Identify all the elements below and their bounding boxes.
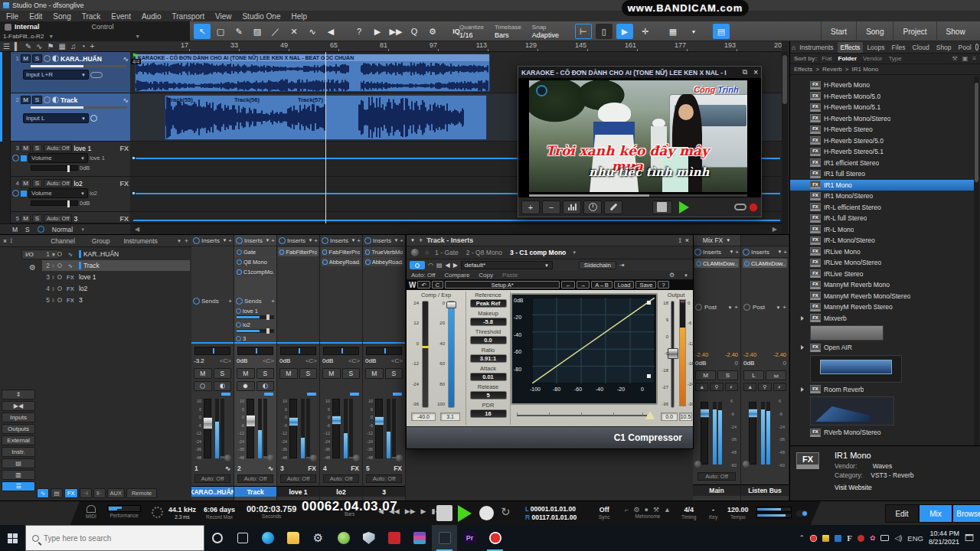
menu-item[interactable]: File [6,12,18,21]
automation-mode[interactable]: Auto: Off [366,474,402,483]
sidechain-button[interactable]: Sidechain [579,261,616,269]
chevron-down-icon[interactable]: ▼ [729,249,733,254]
mute-button[interactable]: M [322,368,341,379]
effect-item[interactable]: FX H-Reverb Mono/5.0 [790,91,975,103]
loop-follow-icon[interactable]: ▯ [596,24,612,39]
eraser-tool[interactable]: ▨ [249,24,266,39]
mute-button[interactable]: M [21,179,31,187]
prev-bar-icon[interactable]: ◀ [378,507,384,515]
cue-knob[interactable] [353,455,360,461]
chevron-down-icon[interactable]: ▼ [776,305,780,310]
close-icon[interactable]: × [753,68,758,77]
graph-plot[interactable] [532,298,655,383]
track-name[interactable]: KARA..HUẤN [60,55,121,63]
layers-icon[interactable]: ▦ [58,42,65,51]
volume-fader[interactable] [204,399,211,458]
effect-item[interactable]: FX IRLive Mono/Stereo [790,257,975,269]
insert-power-icon[interactable] [237,259,242,265]
channel-strip-3[interactable]: Inserts▼+ FabFilterPro.. 0dB<C> MS 1060-… [277,235,320,501]
monitor-button[interactable] [52,55,59,62]
listen-tool[interactable]: ◀ [322,24,339,39]
routing-icon[interactable]: ⑃ [425,249,429,256]
output-readout[interactable]: 0.0 [661,412,678,421]
menu-item[interactable]: View [215,12,232,21]
automation-power-icon[interactable] [12,190,19,197]
next-preset-icon[interactable]: ▶ [453,262,458,269]
tempo-display[interactable]: 120.00Tempo [727,506,749,521]
automation-mode[interactable]: Auto: Off [194,474,230,483]
pan-value[interactable]: <C> [391,357,403,367]
expand-arrow-icon[interactable] [801,387,804,392]
layers-icon[interactable]: ▤ [2,458,35,468]
record-button[interactable] [479,506,494,520]
channel-strip-4[interactable]: Inserts▼+ FabFilterPro..AbbeyRoad.. 0dB<… [320,235,363,501]
prev-preset-icon[interactable]: ◀ [446,262,450,269]
pan-control[interactable] [280,347,316,355]
add-icon[interactable]: + [419,236,423,244]
effect-item[interactable]: FX RVerb Mono/Stereo [790,427,975,439]
channel-name[interactable]: Track [234,486,276,497]
chevron-down-icon[interactable]: ▼ [265,238,270,243]
effect-item[interactable]: FX IR1 Mono/Stereo [790,191,975,202]
file-explorer-icon[interactable] [280,525,305,551]
language-indicator[interactable]: ENG [907,534,923,543]
effect-item[interactable]: FX H-Reverb Stereo/5.0 [790,135,975,147]
browser-tab[interactable]: Shop [933,42,955,53]
browser-tab[interactable]: Cloud [910,42,933,53]
track-name[interactable]: 3 [74,215,118,223]
channel-strip-1[interactable]: Inserts▼+ Sends+ -3.2<C> MS 1060-6-12-24… [191,235,234,501]
video-window-icon[interactable]: ▤ [713,24,730,39]
automation-mode[interactable]: Auto: Off [411,272,435,279]
redo-button[interactable]: C [432,281,443,289]
automation-mode[interactable]: Auto: Off [323,474,359,483]
insert-slot[interactable]: Q8 Mono [235,257,276,266]
gain-value[interactable]: 0dB [743,360,754,367]
link-icon[interactable] [734,204,746,210]
fader-zone[interactable]: 1060-6-12-24-36-48 [191,394,234,463]
mute-button[interactable]: M [237,368,255,379]
solo-button[interactable]: S [717,370,738,380]
effect-item[interactable]: FX IR-L full Stereo [790,213,975,224]
fader-zone[interactable]: 6-9-24-36-48-60 [743,397,787,469]
chevron-down-icon[interactable]: ▼ [351,238,355,243]
volume-fader[interactable] [332,399,340,458]
paint-icon[interactable]: ✎ [25,42,31,51]
input-select[interactable]: Input L+R ▼ [23,70,89,80]
param-value[interactable]: 0.0 [470,336,507,344]
automation-node[interactable] [132,191,136,195]
chevron-down-icon[interactable]: ▼ [572,250,577,255]
chevron-down-icon[interactable]: ▼ [727,305,732,310]
send-power-icon[interactable] [236,336,241,341]
panes-icon[interactable]: ▣ [962,55,969,62]
inserts-power-icon[interactable] [279,237,286,244]
plugin-titlebar[interactable]: ▼ + Track - Inserts ⟟ × [407,235,693,246]
chevron-down-icon[interactable]: ▼ [308,238,312,243]
menu-item[interactable]: Track [82,12,101,21]
volume-fader[interactable] [289,399,297,458]
send-level-slider[interactable] [237,315,274,319]
chevron-down-icon[interactable]: ▼ [222,238,227,243]
effect-item[interactable]: FX H-Reverb Mono/5.1 [790,102,975,113]
preset-file-icon[interactable]: ▤ [436,262,443,269]
effect-item[interactable]: FX IRLive Mono [790,246,975,258]
page-button[interactable]: Song [856,21,893,41]
add-insert-icon[interactable]: + [228,237,232,244]
scroll-right-icon[interactable]: ▶ [773,226,777,233]
red-app-tray-icon[interactable] [858,535,864,542]
device-name[interactable]: Internal [15,23,40,31]
graph-range-slider[interactable] [514,411,655,420]
channel-strip-2[interactable]: Inserts▼+ GateQ8 MonoC1compMo.. Sends+ l… [234,235,277,501]
track-volume-slider[interactable] [31,106,127,109]
autopunch-out-icon[interactable]: ▶▶ [387,24,404,39]
post-power-icon[interactable] [743,304,750,311]
grid-chevron-icon[interactable]: ▼ [685,24,702,39]
taskbar-search[interactable] [25,525,204,551]
control-label[interactable]: Control [92,23,114,31]
param-value[interactable]: 0.01 [470,373,507,381]
next-bar-icon[interactable]: ▶ [421,507,426,515]
timing-display[interactable]: 4/4Timing [681,506,696,521]
transfer-graph[interactable]: 0dB-20-40-60-80 -100-80-60-40-200 [511,293,658,405]
output-fader[interactable] [671,301,675,408]
add-post-icon[interactable]: + [782,304,786,311]
browser-tab[interactable]: Pool [956,42,975,53]
